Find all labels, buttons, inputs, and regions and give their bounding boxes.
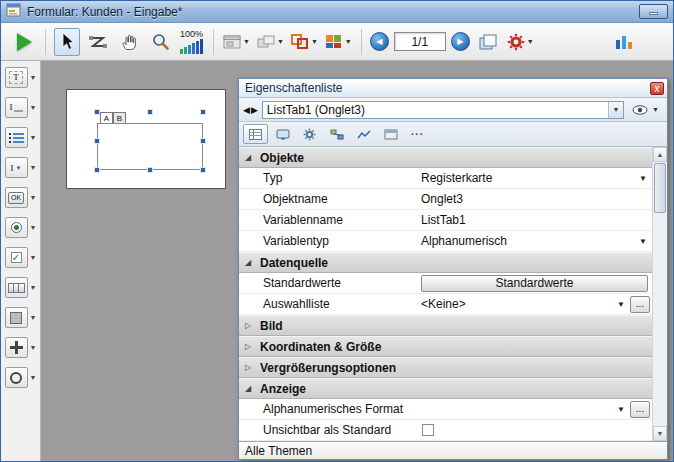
tab-general[interactable] [243,124,268,144]
section-datenquelle[interactable]: ◢ Datenquelle [239,252,652,273]
objektname-value-field[interactable]: Onglet3 [417,189,652,209]
edit-field-icon: I [10,103,23,112]
tab-chart[interactable] [351,124,376,144]
chevron-down-icon: ▼ [30,284,37,291]
themes-filter-bar[interactable]: Alle Themen [239,441,667,459]
selection-handle[interactable] [200,109,206,115]
line-chart-icon [357,129,371,140]
tab-more[interactable]: ··· [405,124,430,144]
chevron-down-icon: ▼ [614,405,628,414]
windows-overview-button[interactable] [475,28,501,56]
zoom-tool-button[interactable] [147,28,173,56]
settings-button[interactable]: ▼ [506,28,535,56]
polyline-tool-button[interactable] [85,28,111,56]
section-koordinaten[interactable]: ▷ Koordinaten & Größe [239,336,652,357]
themes-filter-label: Alle Themen [245,444,312,458]
sidebar-tool-combobox[interactable]: I▼ ▼ [5,157,37,178]
gear-icon [507,33,525,51]
selection-handle[interactable] [200,138,206,144]
selection-handle[interactable] [147,109,153,115]
previous-object-button[interactable]: ◀ [243,105,250,115]
chevron-down-icon: ▼ [30,224,37,231]
close-button[interactable]: x [650,82,664,95]
polyline-icon [88,34,108,50]
sidebar-tool-radio-button[interactable]: ▼ [5,217,37,238]
run-test-button[interactable] [11,28,37,56]
select-tool-button[interactable] [54,28,80,56]
chevron-down-icon: ▼ [30,374,37,381]
triangle-expanded-icon: ◢ [245,153,254,162]
next-object-button[interactable]: ▶ [251,105,258,115]
properties-panel-title: Eigenschaftenliste [245,81,342,95]
section-anzeige[interactable]: ◢ Anzeige [239,378,652,399]
cursor-arrow-icon [60,32,75,51]
next-page-button[interactable]: ▶ [451,32,470,51]
text-tool-icon: T [9,71,23,84]
pan-tool-button[interactable] [116,28,142,56]
fill-color-button[interactable]: ▼ [324,28,353,56]
minimize-button[interactable] [639,4,668,19]
sidebar-tool-toolbar-control[interactable]: ▼ [5,277,37,298]
sidebar-tool-spin[interactable]: ▼ [5,337,37,358]
format-value-dropdown[interactable]: ▼ ... [417,399,652,419]
zoom-level-label: 100% [180,29,203,39]
arrow-left-icon: ◀ [376,37,382,46]
sidebar-tool-checkbox[interactable]: ✓ ▼ [5,247,37,268]
sidebar-tool-shape[interactable]: ▼ [5,307,37,328]
auswahlliste-value-dropdown[interactable]: <Keine> ▼ ... [417,294,652,314]
selection-handle[interactable] [94,138,100,144]
eye-icon [632,105,648,115]
triangle-expanded-icon: ◢ [245,258,254,267]
triangle-collapsed-icon: ▷ [245,321,254,330]
scrollbar-thumb[interactable] [654,163,666,213]
sidebar-tool-listbox[interactable]: ▼ [5,127,37,148]
scroll-down-button[interactable]: ▼ [653,426,667,441]
triangle-collapsed-icon: ▷ [245,342,254,351]
selection-handle[interactable] [147,167,153,173]
section-vergroesserungsoptionen[interactable]: ▷ Vergrößerungsoptionen [239,357,652,378]
arrow-right-icon: ▶ [457,37,463,46]
section-objekte[interactable]: ◢ Objekte [239,147,652,168]
border-color-button[interactable]: ▼ [290,28,319,56]
sidebar-tool-edit-field[interactable]: I ▼ [5,97,37,118]
tab-ui[interactable] [270,124,295,144]
selection-handle[interactable] [94,167,100,173]
selection-handle[interactable] [200,167,206,173]
previous-page-button[interactable]: ◀ [370,32,389,51]
variablenname-value-field[interactable]: ListTab1 [417,210,652,230]
sidebar-tool-button[interactable]: OK ▼ [5,187,37,208]
tab-link[interactable] [324,124,349,144]
tab-control-body[interactable] [97,123,203,170]
form-design-surface[interactable]: A B [66,89,226,189]
tab-detail[interactable] [297,124,322,144]
section-bild[interactable]: ▷ Bild [239,315,652,336]
zoom-level-indicator[interactable]: 100% [178,27,205,57]
scroll-up-button[interactable]: ▲ [653,147,667,162]
page-indicator-field[interactable]: 1/1 [394,32,446,51]
properties-scrollbar[interactable]: ▲ ▼ [652,147,667,441]
chart-tool-button[interactable] [611,28,637,56]
property-row-typ: Typ Registerkarte ▼ [239,168,652,189]
standardwerte-button[interactable]: Standardwerte [421,275,648,292]
chevron-down-icon: ▼ [527,38,534,45]
unsichtbar-checkbox[interactable] [422,424,434,436]
property-row-variablenname: Variablenname ListTab1 [239,210,652,231]
sidebar-tool-ellipse[interactable]: ▼ [5,367,37,388]
typ-value-dropdown[interactable]: Registerkarte ▼ [417,168,652,188]
visibility-menu-button[interactable]: ▼ [628,103,663,117]
tab-display[interactable] [378,124,403,144]
scrollbar-track[interactable] [653,214,667,426]
object-selector-combo[interactable]: ListTab1 (Onglet3) ▼ [262,101,624,119]
format-browse-button[interactable]: ... [630,401,650,418]
sidebar-tool-static-text[interactable]: T ▼ [5,67,37,88]
fill-color-icon [325,34,343,49]
layout-tool-button[interactable]: ▼ [222,28,251,56]
auswahlliste-browse-button[interactable]: ... [630,296,650,313]
selected-tab-control[interactable]: A B [97,112,203,170]
arrange-tool-button[interactable]: ▼ [256,28,285,56]
toolbar-separator [45,29,46,55]
selection-handle[interactable] [94,109,100,115]
variablentyp-value-dropdown[interactable]: Alphanumerisch ▼ [417,231,652,251]
property-row-standardwerte: Standardwerte Standardwerte [239,273,652,294]
section-label: Koordinaten & Größe [260,340,381,354]
